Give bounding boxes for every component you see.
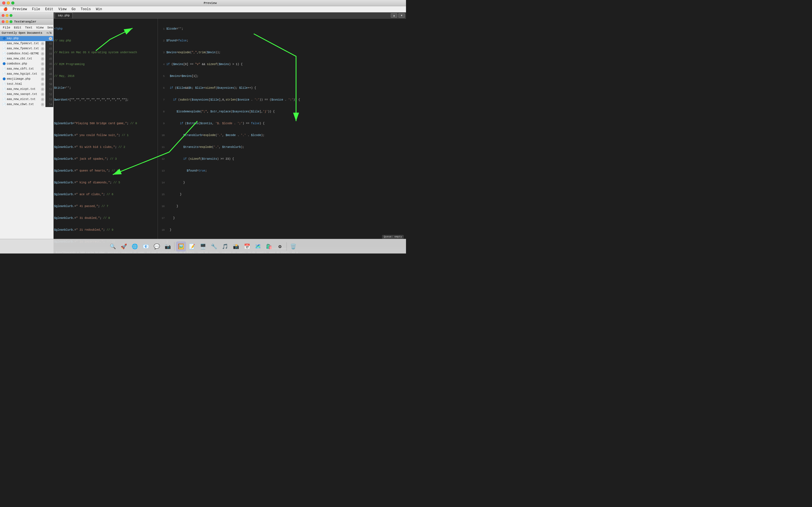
file-close-btn[interactable]: × [41, 42, 44, 45]
code-text: } [166, 193, 405, 196]
code-text: $transits=explode('.', $transblurb); [166, 145, 405, 149]
file-close-btn[interactable]: × [41, 82, 44, 86]
menu-tools[interactable]: Tools [79, 7, 93, 12]
sidebar-max[interactable] [10, 14, 12, 17]
tw-menu-search[interactable]: Search [46, 25, 54, 30]
dock-settings[interactable]: ⚙️ [275, 241, 285, 251]
file-close-btn[interactable]: × [41, 52, 44, 55]
sidebar-window-header [0, 12, 53, 18]
list-item[interactable]: 📄 aaa_new_cbft.txt × [0, 66, 45, 71]
code-text: // R2M Programming [54, 62, 157, 66]
file-icon: 📄 [2, 52, 6, 55]
list-item[interactable]: 📄 combobox.html-GETME × [0, 51, 45, 56]
file-icon: 🔵 [2, 62, 6, 66]
dock-trash[interactable]: 🗑️ [288, 241, 298, 251]
list-item[interactable]: 🔵 emojiimage.php × [0, 76, 45, 82]
list-item[interactable]: 📄 aaa_new_eicst.txt × [0, 97, 45, 102]
active-file-icon: 🔵 [2, 37, 6, 40]
list-item[interactable]: 📄 aaa_new_fpemcvt.txt × [0, 46, 45, 51]
file-name: aaa_new_cbwt.txt [7, 103, 34, 106]
list-item[interactable]: 📄 aaa_new_fpemcvt.txt × [0, 41, 45, 46]
list-item[interactable]: 🔵 combobox.php × [0, 61, 45, 66]
sidebar-active-file[interactable]: 🔵 say.php × [0, 36, 53, 41]
list-item[interactable]: 📄 aaa_new_hgsipt.txt × [0, 71, 45, 76]
menu-go[interactable]: Go [69, 7, 78, 12]
dock-preview[interactable]: 🖼️ [176, 241, 186, 251]
code-text: if ($mvins[0] == "v" && sizeof($mvins) >… [166, 62, 405, 66]
menu-preview[interactable]: Preview [10, 7, 29, 12]
dock-calendar[interactable]: 📅 [242, 241, 252, 251]
dock-facetime[interactable]: 📷 [163, 241, 173, 251]
dock-mail[interactable]: 📧 [141, 241, 151, 251]
menu-edit[interactable]: Edit [43, 7, 56, 12]
minimize-button[interactable] [7, 1, 10, 4]
file-close-btn[interactable]: × [41, 57, 44, 61]
tw-max[interactable] [10, 20, 12, 23]
file-close-btn[interactable]: × [41, 47, 44, 50]
line-num: 5 [158, 74, 166, 78]
list-item[interactable]: 📄 aaa_new_saospt.txt × [0, 92, 45, 97]
code-line: $gleanblurb.=" 41 passed,"; // 7 [54, 205, 158, 209]
sidebar-close[interactable] [2, 14, 4, 17]
dock-photos[interactable]: 📸 [231, 241, 241, 251]
code-line: $gleanblurb.=" jack of spades,"; // 3 [54, 157, 158, 161]
list-item[interactable]: 📄 aaa_new_eicpt.txt × [0, 87, 45, 92]
file-name: emojiimage.php [7, 77, 31, 80]
file-close-btn[interactable]: × [41, 72, 44, 76]
dock-messages[interactable]: 💬 [152, 241, 162, 251]
menu-view[interactable]: View [56, 7, 69, 12]
code-line: 12 if (sizeof($transits) >= 23) { [158, 157, 406, 161]
list-item[interactable]: 📄 test.html × [0, 82, 45, 87]
file-close-btn[interactable]: × [41, 62, 44, 66]
dock-textedit[interactable]: 📝 [187, 241, 197, 251]
maximize-button[interactable] [11, 1, 14, 4]
dock-xcode[interactable]: 🔧 [209, 241, 219, 251]
tw-close[interactable] [2, 20, 4, 23]
close-button[interactable] [2, 1, 5, 4]
left-code-panel[interactable]: <?php // say.php // Relies on Mac OS X o… [54, 18, 158, 247]
file-close-btn[interactable]: × [41, 67, 44, 71]
list-item[interactable]: 📄 aaa_new_cbwt.txt × [0, 102, 45, 107]
file-name: aaa_new_saospt.txt [7, 93, 37, 96]
file-close-btn[interactable]: × [41, 93, 44, 96]
dock-launchpad[interactable]: 🚀 [119, 241, 129, 251]
code-text: if ($strpos($contis, '$. $lcode . ';') =… [166, 122, 405, 126]
dock-terminal[interactable]: 🖥️ [198, 241, 208, 251]
code-text: // May, 2016 [54, 74, 157, 78]
code-line [54, 110, 158, 114]
sidebar-min[interactable] [6, 14, 8, 17]
dock-maps[interactable]: 🗺️ [253, 241, 263, 251]
file-close-btn[interactable]: × [41, 98, 44, 101]
line-num: 10 [158, 133, 166, 137]
dock-finder[interactable]: 🔍 [108, 241, 118, 251]
tw-menu-view[interactable]: View [35, 25, 45, 30]
menu-win[interactable]: Win [94, 7, 104, 12]
scroll-down-btn[interactable]: ▼ [398, 13, 405, 18]
file-icon: 📄 [2, 57, 6, 61]
line-num: 6 [158, 86, 166, 90]
tw-menu-edit[interactable]: Edit [12, 25, 23, 30]
dock-bar: 🔍 🚀 🌐 📧 💬 📷 🖼️ 📝 🖥️ 🔧 🎵 📸 📅 🗺️ 🛍️ ⚙️ 🗑️ [0, 239, 406, 253]
list-item[interactable]: 📄 aaa_new_cbt.txt × [0, 56, 45, 61]
file-close-btn[interactable]: × [41, 77, 44, 81]
code-line: // May, 2016 [54, 74, 158, 78]
menu-apple[interactable]: 🍎 [1, 6, 10, 12]
file-close-btn[interactable]: × [41, 103, 44, 106]
tab-say-php[interactable]: say.php [55, 13, 73, 18]
line-num: 2 [158, 39, 166, 43]
dock-appstore[interactable]: 🛍️ [264, 241, 274, 251]
file-close-btn[interactable]: × [41, 88, 44, 91]
code-line: 6 if ($lile&&$k; $lile<sizeof($sayvoices… [158, 86, 406, 90]
tw-menu-text[interactable]: Text [23, 25, 34, 30]
dock-safari[interactable]: 🌐 [130, 241, 140, 251]
right-code-panel[interactable]: 1$lcode=''; 2$found=false; 3$mvins=explo… [158, 18, 406, 247]
tw-min[interactable] [6, 20, 8, 23]
scroll-up-btn[interactable]: ▲ [391, 13, 397, 18]
active-file-close[interactable]: × [49, 37, 52, 40]
dock-music[interactable]: 🎵 [220, 241, 230, 251]
code-text: $lcodemexplode(";", $str_replace($sayvoi… [166, 110, 405, 114]
tw-menu-file[interactable]: File [1, 25, 12, 30]
menu-file[interactable]: File [30, 7, 42, 12]
sidebar-docs-btn[interactable]: ≡/A [47, 32, 52, 35]
code-text: } [166, 228, 405, 232]
